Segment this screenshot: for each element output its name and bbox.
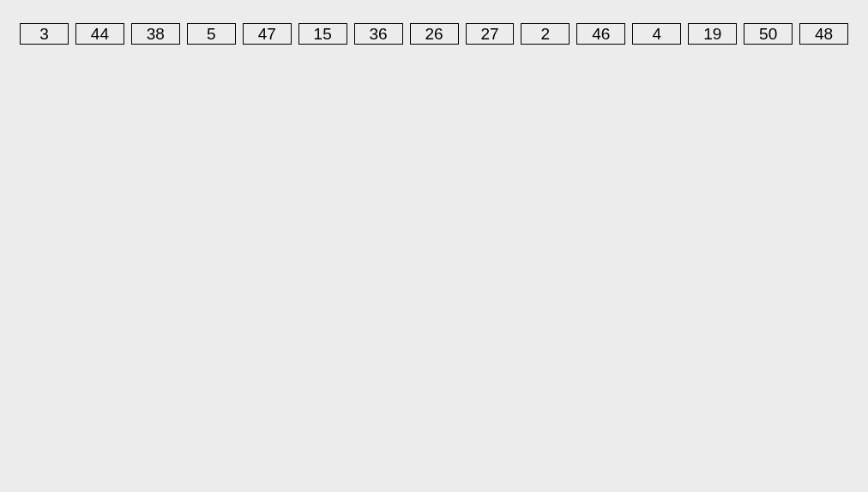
number-cell[interactable]: 15 <box>298 23 347 45</box>
number-cell[interactable]: 2 <box>521 23 570 45</box>
number-cell[interactable]: 3 <box>20 23 69 45</box>
number-cell[interactable]: 47 <box>243 23 292 45</box>
number-cell[interactable]: 46 <box>576 23 625 45</box>
number-cell[interactable]: 4 <box>632 23 681 45</box>
number-cell[interactable]: 5 <box>187 23 236 45</box>
number-cell[interactable]: 19 <box>688 23 737 45</box>
number-cell[interactable]: 48 <box>799 23 848 45</box>
number-cell[interactable]: 44 <box>75 23 124 45</box>
number-cell[interactable]: 27 <box>466 23 515 45</box>
number-row: 3 44 38 5 47 15 36 26 27 2 46 4 19 50 48 <box>0 0 868 68</box>
number-cell[interactable]: 50 <box>744 23 793 45</box>
number-cell[interactable]: 38 <box>131 23 180 45</box>
number-cell[interactable]: 26 <box>410 23 459 45</box>
number-cell[interactable]: 36 <box>354 23 403 45</box>
